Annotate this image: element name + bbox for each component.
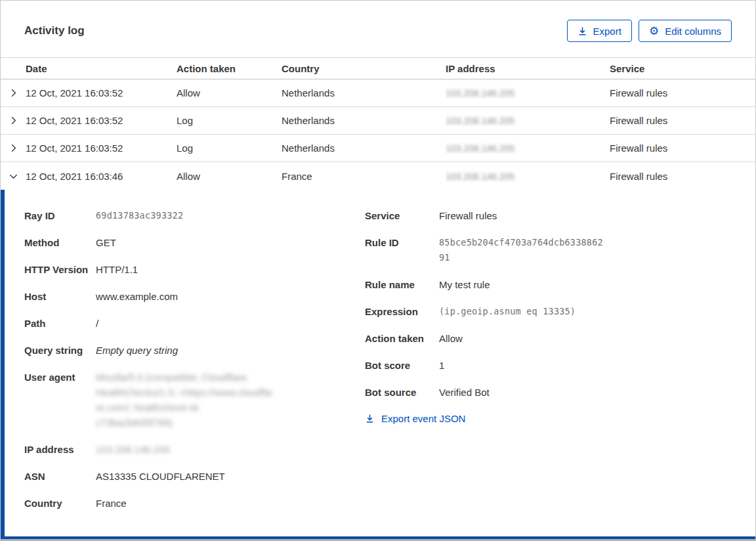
cell-action-taken: Allow [177, 171, 282, 182]
cell-action-taken: Log [177, 115, 282, 126]
detail-left-column: Ray ID 69d13783ac393322 Method GET HTTP … [5, 208, 365, 536]
detail-field-value: My test rule [439, 277, 490, 292]
detail-field-value: Mozilla/5.0 (compatible; CloudflareHealt… [96, 370, 272, 430]
detail-field: Expression (ip.geoip.asnum eq 13335) [365, 304, 755, 319]
cell-date: 12 Oct, 2021 16:03:52 [26, 87, 177, 98]
detail-field-label: IP address [24, 442, 96, 457]
download-icon [578, 26, 587, 36]
detail-field-value: 103.208.146.205 [96, 442, 170, 457]
download-icon [365, 414, 375, 423]
detail-field-value: / [96, 316, 98, 331]
detail-field-value: Allow [439, 331, 463, 346]
detail-field-label: Rule name [365, 277, 439, 292]
detail-field-label: ASN [24, 469, 96, 484]
detail-field: Bot source Verified Bot [365, 385, 755, 400]
export-event-json-label: Export event JSON [381, 413, 465, 424]
chevron-right-icon[interactable] [9, 88, 18, 98]
cell-service: Firewall rules [610, 142, 755, 154]
cell-date: 12 Oct, 2021 16:03:52 [26, 115, 177, 126]
cell-date: 12 Oct, 2021 16:03:52 [26, 142, 177, 154]
detail-field: IP address 103.208.146.205 [24, 442, 365, 457]
table-row[interactable]: 12 Oct, 2021 16:03:52 Log Netherlands 10… [1, 107, 755, 135]
detail-field-label: Service [365, 208, 439, 223]
detail-field-label: Method [24, 235, 96, 250]
detail-field-label: Bot score [365, 358, 439, 373]
detail-field: Country France [24, 496, 365, 511]
export-event-json-link[interactable]: Export event JSON [365, 413, 465, 424]
detail-field: Rule name My test rule [365, 277, 755, 292]
cell-ip-address-redacted: 103.208.146.205 [446, 143, 514, 154]
cell-country: Netherlands [282, 115, 446, 126]
detail-field-value: GET [96, 235, 116, 250]
detail-field-value: 1 [439, 358, 444, 373]
detail-field-label: Ray ID [24, 208, 96, 223]
detail-field-label: Rule ID [365, 235, 439, 265]
detail-field: User agent Mozilla/5.0 (compatible; Clou… [24, 370, 365, 430]
cell-country: Netherlands [282, 142, 446, 154]
detail-field-label: User agent [24, 370, 96, 430]
detail-field: Host www.example.com [24, 289, 365, 304]
cell-service: Firewall rules [610, 115, 755, 126]
detail-field-value: 85bce5b204cf4703a764dcb633886291 [439, 235, 603, 265]
table-row[interactable]: 12 Oct, 2021 16:03:52 Allow Netherlands … [1, 79, 755, 107]
export-button-label: Export [593, 26, 621, 37]
cell-action-taken: Allow [177, 87, 282, 98]
detail-field-label: Path [24, 316, 96, 331]
detail-field: Action taken Allow [365, 331, 755, 346]
detail-field-value: France [96, 496, 127, 511]
detail-field-label: Bot source [365, 385, 439, 400]
activity-log-panel: Activity log Export ⚙ Edit columns Date … [0, 0, 756, 541]
cell-ip-address-redacted: 103.208.146.205 [446, 88, 514, 98]
export-button[interactable]: Export [567, 20, 632, 42]
detail-field: Query string Empty query string [24, 343, 365, 358]
detail-field-value: Firewall rules [439, 208, 497, 223]
cell-date: 12 Oct, 2021 16:03:46 [26, 171, 177, 182]
detail-field-value: AS13335 CLOUDFLARENET [96, 469, 225, 484]
detail-field-label: Query string [24, 343, 96, 358]
column-header-service: Service [610, 63, 755, 74]
detail-field-value: 69d13783ac393322 [96, 208, 183, 223]
detail-field: Method GET [24, 235, 365, 250]
column-header-country: Country [282, 63, 446, 74]
chevron-down-icon[interactable] [9, 171, 18, 181]
detail-field: HTTP Version HTTP/1.1 [24, 262, 365, 277]
cell-country: France [282, 171, 446, 182]
detail-field-value: Verified Bot [439, 385, 490, 400]
header-bar: Activity log Export ⚙ Edit columns [1, 1, 755, 57]
page-title: Activity log [24, 24, 85, 37]
cell-country: Netherlands [282, 87, 446, 98]
detail-field: Service Firewall rules [365, 208, 755, 223]
cell-service: Firewall rules [610, 87, 755, 98]
cell-action-taken: Log [177, 142, 282, 154]
toolbar: Export ⚙ Edit columns [567, 20, 732, 42]
detail-field: Bot score 1 [365, 358, 755, 373]
detail-field-value: Empty query string [96, 343, 178, 358]
detail-field-value: (ip.geoip.asnum eq 13335) [439, 304, 576, 319]
table-body: 12 Oct, 2021 16:03:52 Allow Netherlands … [1, 79, 755, 190]
detail-field-value: www.example.com [96, 289, 178, 304]
chevron-right-icon[interactable] [9, 116, 18, 125]
detail-field: Rule ID 85bce5b204cf4703a764dcb633886291 [365, 235, 755, 265]
cell-ip-address-redacted: 103.208.146.205 [446, 116, 514, 126]
chevron-right-icon[interactable] [9, 143, 18, 153]
detail-field-label: Country [24, 496, 96, 511]
gear-icon: ⚙ [649, 26, 659, 37]
event-detail-panel: Ray ID 69d13783ac393322 Method GET HTTP … [1, 190, 755, 536]
column-header-ip-address: IP address [446, 63, 610, 74]
detail-field-value: HTTP/1.1 [96, 262, 138, 277]
edit-columns-button[interactable]: ⚙ Edit columns [639, 20, 732, 42]
cell-ip-address-redacted: 103.208.146.205 [446, 171, 514, 182]
cell-service: Firewall rules [610, 171, 755, 182]
table-row[interactable]: 12 Oct, 2021 16:03:46 Allow France 103.2… [1, 162, 755, 190]
table-header-row: Date Action taken Country IP address Ser… [1, 57, 755, 79]
detail-field-label: Action taken [365, 331, 439, 346]
detail-right-column: Service Firewall rules Rule ID 85bce5b20… [365, 208, 755, 536]
detail-field-label: Host [24, 289, 96, 304]
detail-field: Path / [24, 316, 365, 331]
detail-field: Ray ID 69d13783ac393322 [24, 208, 365, 223]
edit-columns-button-label: Edit columns [665, 26, 721, 37]
detail-field: ASN AS13335 CLOUDFLARENET [24, 469, 365, 484]
detail-field-label: Expression [365, 304, 439, 319]
table-row[interactable]: 12 Oct, 2021 16:03:52 Log Netherlands 10… [1, 135, 755, 162]
detail-field-label: HTTP Version [24, 262, 96, 277]
